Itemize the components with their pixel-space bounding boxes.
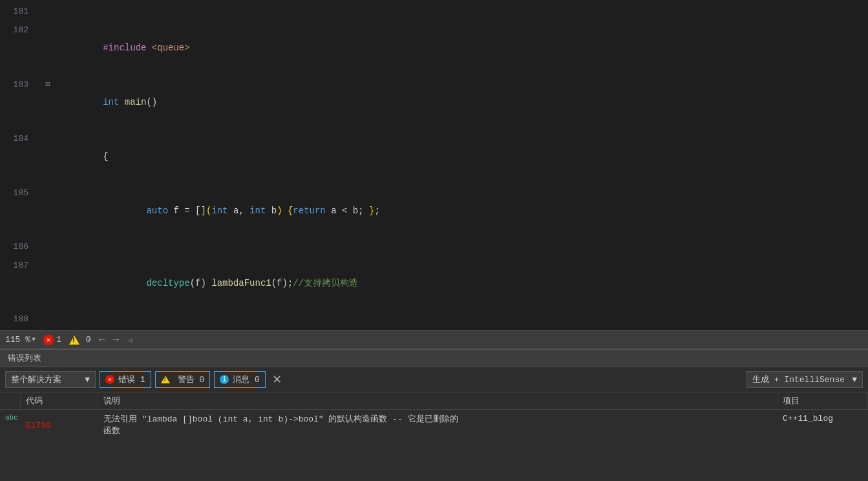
code-content: decltype(f) lambdaFunc1(f);//支持拷贝构造 — [54, 256, 358, 310]
line-number: 186 — [0, 238, 39, 256]
col-project-header: 项目 — [778, 392, 868, 409]
code-content: auto f = [](int a, int b) {return a < b;… — [54, 184, 380, 238]
code-line-182: 182 #include <queue> — [0, 21, 868, 75]
error-list-toolbar: 整个解决方案 ▼ ✕ 错误 1 警告 0 i 消息 0 ✕ 生成 + Intel… — [0, 367, 868, 392]
error-filter-label: 错误 1 — [118, 374, 145, 385]
zoom-value: 115 % — [5, 335, 30, 345]
code-editor: 181 182 #include <queue> 183 ⊟ — [0, 0, 868, 330]
col-icon-header — [0, 392, 21, 409]
info-filter-icon: i — [220, 375, 229, 384]
fold-icon[interactable]: ⊟ — [45, 76, 50, 94]
abc-icon: abc — [5, 414, 18, 422]
line-number: 187 — [0, 257, 39, 275]
error-count[interactable]: ✕ 1 — [43, 335, 61, 345]
scope-dropdown[interactable]: 整个解决方案 ▼ — [5, 371, 96, 388]
error-row-project-cell: C++11_blog — [778, 410, 868, 441]
zoom-dropdown-arrow[interactable]: ▼ — [32, 336, 36, 343]
line-number: 181 — [0, 3, 39, 21]
info-filter-label: 消息 0 — [233, 374, 260, 385]
info-filter-button[interactable]: i 消息 0 — [214, 371, 266, 388]
scope-label: 整个解决方案 — [11, 374, 61, 385]
nav-prev-button[interactable]: ← — [99, 334, 105, 346]
line-number: 182 — [0, 21, 39, 39]
error-project: C++11_blog — [783, 414, 833, 423]
error-code: E1790 — [26, 421, 51, 431]
error-description: 无法引用 "lambda []bool (int a, int b)->bool… — [103, 414, 458, 437]
build-dropdown[interactable]: 生成 + IntelliSense ▼ — [746, 371, 863, 388]
code-line-186: 186 — [0, 238, 868, 256]
warning-filter-label: 警告 0 — [178, 374, 205, 385]
build-dropdown-arrow: ▼ — [852, 375, 857, 385]
col-desc-header: 说明 — [98, 392, 778, 409]
code-line-184: 184 { — [0, 129, 868, 184]
warning-triangle-icon — [69, 336, 79, 345]
error-table-header: 代码 说明 项目 — [0, 392, 868, 410]
error-circle-icon: ✕ — [43, 335, 54, 345]
code-line-183: 183 ⊟ int main() — [0, 75, 868, 129]
error-list-panel: 错误列表 整个解决方案 ▼ ✕ 错误 1 警告 0 i 消息 0 ✕ 生成 + … — [0, 348, 868, 481]
warning-filter-icon — [161, 376, 170, 383]
error-list-title: 错误列表 — [0, 350, 868, 367]
build-label: 生成 + IntelliSense — [752, 374, 845, 385]
clear-button[interactable]: ✕ — [270, 372, 284, 387]
error-count-value: 1 — [56, 335, 61, 345]
warning-count-value: 0 — [86, 335, 91, 345]
zoom-level[interactable]: 115 % ▼ — [5, 335, 36, 345]
error-table: 代码 说明 项目 abc E1790 无法引用 "lambda []bool (… — [0, 392, 868, 481]
col-code-header: 代码 — [21, 392, 98, 409]
line-number: 188 — [0, 310, 39, 328]
code-line-181: 181 — [0, 3, 868, 21]
nav-next-button[interactable]: → — [112, 334, 119, 346]
code-line-185: 185 auto f = [](int a, int b) {return a … — [0, 184, 868, 238]
code-content: int main() — [54, 75, 157, 129]
warning-count[interactable]: 0 — [69, 335, 91, 345]
error-row-code-cell: E1790 — [21, 410, 98, 441]
line-number: 185 — [0, 184, 39, 202]
scope-dropdown-arrow: ▼ — [85, 375, 90, 385]
code-line-188: 188 — [0, 310, 868, 328]
error-row-desc-cell: 无法引用 "lambda []bool (int a, int b)->bool… — [98, 410, 778, 441]
error-filter-button[interactable]: ✕ 错误 1 — [100, 371, 151, 388]
code-content: { — [54, 129, 109, 184]
line-number: 183 — [0, 76, 39, 94]
error-table-row[interactable]: abc E1790 无法引用 "lambda []bool (int a, in… — [0, 410, 868, 442]
warning-filter-button[interactable]: 警告 0 — [155, 371, 211, 388]
status-bar: 115 % ▼ ✕ 1 0 ← → ◀ — [0, 330, 868, 348]
code-line-187: 187 decltype(f) lambdaFunc1(f);//支持拷贝构造 — [0, 256, 868, 310]
error-row-icon-cell: abc — [0, 410, 21, 441]
line-number: 184 — [0, 130, 39, 148]
error-filter-icon: ✕ — [105, 375, 114, 384]
nav-collapse-button[interactable]: ◀ — [127, 334, 133, 347]
code-content: #include <queue> — [54, 21, 190, 75]
code-lines: 181 182 #include <queue> 183 ⊟ — [0, 0, 868, 330]
